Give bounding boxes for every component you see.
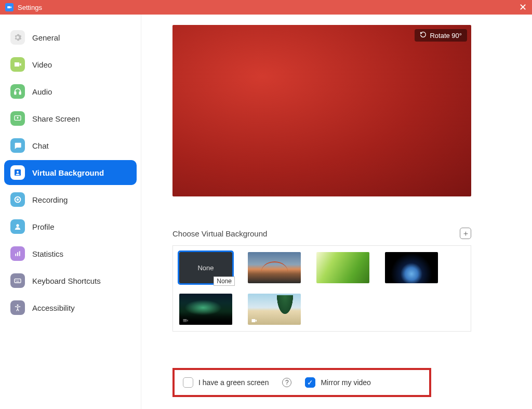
keyboard-icon — [10, 273, 25, 288]
content-pane: Rotate 90° Choose Virtual Background ＋ N… — [141, 15, 532, 409]
video-badge-icon — [181, 316, 190, 323]
background-thumbnails: None None — [172, 245, 471, 332]
gear-icon — [10, 30, 25, 45]
green-screen-checkbox[interactable]: I have a green screen — [183, 377, 269, 388]
svg-point-16 — [17, 305, 19, 306]
thumb-earth[interactable] — [385, 252, 438, 283]
section-title: Choose Virtual Background — [172, 229, 267, 238]
video-badge-icon — [250, 316, 258, 323]
sidebar-item-general[interactable]: General — [4, 25, 137, 50]
thumb-none-label: None — [197, 264, 214, 272]
svg-rect-8 — [15, 254, 16, 256]
accessibility-icon — [10, 300, 25, 315]
tooltip-none: None — [214, 276, 235, 286]
sidebar-item-label: Chat — [32, 141, 49, 150]
share-screen-icon — [10, 111, 25, 126]
green-screen-label: I have a green screen — [198, 378, 269, 387]
svg-point-6 — [17, 199, 19, 201]
rotate-label: Rotate 90° — [430, 32, 462, 39]
svg-rect-0 — [15, 92, 16, 95]
rotate-button[interactable]: Rotate 90° — [415, 29, 467, 42]
virtual-background-icon — [10, 165, 25, 180]
options-row-highlighted: I have a green screen ? ✓ Mirror my vide… — [172, 368, 431, 397]
sidebar-item-profile[interactable]: Profile — [4, 214, 137, 239]
svg-point-4 — [17, 171, 19, 173]
sidebar-item-label: Keyboard Shortcuts — [32, 276, 101, 285]
headphones-icon — [10, 84, 25, 99]
video-icon — [10, 57, 25, 72]
sidebar: General Video Audio Share Screen Chat — [0, 15, 141, 409]
svg-rect-10 — [19, 251, 20, 256]
checkbox-empty-icon — [183, 377, 193, 388]
mirror-video-checkbox[interactable]: ✓ Mirror my video — [305, 377, 370, 388]
sidebar-item-video[interactable]: Video — [4, 52, 137, 77]
svg-point-12 — [16, 280, 16, 281]
svg-point-13 — [17, 280, 18, 281]
add-background-button[interactable]: ＋ — [460, 228, 471, 239]
thumb-none[interactable]: None None — [179, 252, 232, 283]
app-icon — [5, 3, 14, 11]
sidebar-item-statistics[interactable]: Statistics — [4, 241, 137, 266]
svg-rect-11 — [15, 279, 21, 283]
sidebar-item-label: Profile — [32, 222, 55, 231]
svg-rect-9 — [17, 252, 18, 256]
thumb-beach[interactable] — [248, 294, 301, 325]
help-icon[interactable]: ? — [282, 378, 291, 387]
sidebar-item-chat[interactable]: Chat — [4, 133, 137, 158]
sidebar-item-accessibility[interactable]: Accessibility — [4, 295, 137, 320]
thumb-bridge[interactable] — [248, 252, 301, 283]
record-icon — [10, 192, 25, 207]
close-icon[interactable]: ✕ — [519, 3, 527, 12]
thumb-aurora[interactable] — [179, 294, 232, 325]
svg-rect-15 — [16, 281, 19, 282]
sidebar-item-label: Statistics — [32, 249, 63, 258]
svg-point-7 — [16, 224, 19, 227]
video-preview: Rotate 90° — [172, 25, 471, 196]
svg-point-14 — [18, 280, 19, 281]
window-title: Settings — [18, 4, 42, 11]
sidebar-item-label: Video — [32, 60, 52, 69]
rotate-icon — [420, 31, 427, 39]
sidebar-item-virtual-background[interactable]: Virtual Background — [4, 160, 137, 185]
chat-icon — [10, 138, 25, 153]
sidebar-item-label: Audio — [32, 87, 52, 96]
sidebar-item-label: Accessibility — [32, 304, 75, 312]
checkbox-checked-icon: ✓ — [305, 377, 315, 388]
sidebar-item-label: General — [32, 33, 60, 42]
sidebar-item-label: Virtual Background — [32, 168, 104, 177]
sidebar-item-label: Recording — [32, 195, 68, 204]
sidebar-item-audio[interactable]: Audio — [4, 79, 137, 104]
statistics-icon — [10, 246, 25, 261]
titlebar: Settings ✕ — [0, 0, 532, 15]
svg-rect-1 — [19, 92, 21, 95]
sidebar-item-recording[interactable]: Recording — [4, 187, 137, 212]
thumb-grass[interactable] — [316, 252, 369, 283]
sidebar-item-label: Share Screen — [32, 114, 80, 123]
sidebar-item-keyboard-shortcuts[interactable]: Keyboard Shortcuts — [4, 268, 137, 293]
mirror-label: Mirror my video — [321, 378, 370, 387]
profile-icon — [10, 219, 25, 234]
sidebar-item-share-screen[interactable]: Share Screen — [4, 106, 137, 131]
